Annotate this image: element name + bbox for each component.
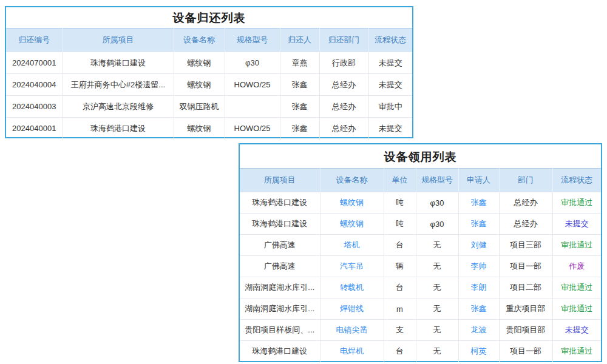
cell-dept: 项目三部 xyxy=(499,235,552,256)
column-header-device-name: 设备名称 xyxy=(174,29,225,52)
column-header-spec-model: 规格型号 xyxy=(225,29,280,52)
cell-project: 广佛高速 xyxy=(240,256,320,277)
cell-spec-model: HOWO/25 xyxy=(225,118,280,140)
return-table-title: 设备归还列表 xyxy=(6,7,412,28)
cell-return-no: 2024040001 xyxy=(6,118,63,140)
cell-dept: 总经办 xyxy=(499,214,552,235)
cell-project: 京沪高速北京段维修 xyxy=(63,96,174,118)
device-name-link[interactable]: 螺纹钢 xyxy=(340,198,364,207)
cell-spec-model: φ30 xyxy=(225,52,280,74)
applicant-link[interactable]: 柯英 xyxy=(471,346,487,356)
equipment-return-table: 归还编号所属项目设备名称规格型号归还人归还部门流程状态 2024070001珠海… xyxy=(6,28,412,140)
cell-applicant: 张鑫 xyxy=(458,192,499,214)
cell-returner: 张鑫 xyxy=(280,96,319,118)
applicant-link[interactable]: 张鑫 xyxy=(471,219,487,228)
device-name-link[interactable]: 电焊机 xyxy=(340,346,364,356)
device-name-link[interactable]: 电镐尖凿 xyxy=(336,325,368,334)
cell-applicant: 张鑫 xyxy=(458,298,499,320)
cell-unit: m xyxy=(384,298,416,320)
cell-project: 湖南洞庭湖水库引... xyxy=(240,277,320,298)
column-header-project: 所属项目 xyxy=(63,29,174,52)
device-name-link[interactable]: 塔机 xyxy=(344,240,360,249)
cell-unit: 吨 xyxy=(384,214,416,235)
column-header-return-no: 归还编号 xyxy=(6,29,63,52)
cell-project: 湖南洞庭湖水库引... xyxy=(240,298,320,320)
cell-project: 珠海鹤港口建设 xyxy=(63,118,174,140)
issue-table-header-row: 所属项目设备名称单位规格型号申请人部门流程状态 xyxy=(240,169,601,192)
device-name-link[interactable]: 螺纹钢 xyxy=(340,219,364,228)
cell-spec-model: 无 xyxy=(416,256,458,277)
applicant-link[interactable]: 李帅 xyxy=(471,261,487,271)
cell-return-no: 2024040003 xyxy=(6,96,63,118)
cell-status: 审批中 xyxy=(368,96,412,118)
device-name-link[interactable]: 转载机 xyxy=(340,283,364,292)
cell-return-dept: 总经办 xyxy=(319,96,368,118)
table-row: 广佛高速塔机台无刘健项目三部审批通过 xyxy=(240,235,601,256)
applicant-link[interactable]: 龙波 xyxy=(471,325,487,334)
cell-status: 审批通过 xyxy=(552,192,601,214)
cell-returner: 章燕 xyxy=(280,52,319,74)
equipment-issue-table-card: 设备领用列表 所属项目设备名称单位规格型号申请人部门流程状态 珠海鹤港口建设螺纹… xyxy=(239,143,602,362)
cell-status: 未提交 xyxy=(368,74,412,96)
table-row: 2024040001珠海鹤港口建设螺纹钢HOWO/25张鑫总经办未提交 xyxy=(6,118,412,140)
cell-project: 王府井商务中心#2楼遗留... xyxy=(63,74,174,96)
cell-unit: 吨 xyxy=(384,192,416,214)
table-row: 2024040003京沪高速北京段维修双钢压路机张鑫总经办审批中 xyxy=(6,96,412,118)
cell-applicant: 龙波 xyxy=(458,320,499,341)
cell-device-name: 螺纹钢 xyxy=(174,118,225,140)
table-row: 湖南洞庭湖水库引...转载机台无李朗项目二部审批通过 xyxy=(240,277,601,298)
cell-applicant: 李朗 xyxy=(458,277,499,298)
cell-project: 珠海鹤港口建设 xyxy=(63,52,174,74)
cell-status: 未提交 xyxy=(368,52,412,74)
table-row: 珠海鹤港口建设螺纹钢吨φ30张鑫总经办审批通过 xyxy=(240,192,601,214)
cell-status: 未提交 xyxy=(368,118,412,140)
cell-returner: 张鑫 xyxy=(280,74,319,96)
cell-unit: 支 xyxy=(384,320,416,341)
cell-unit: 台 xyxy=(384,341,416,362)
column-header-spec-model: 规格型号 xyxy=(416,169,458,192)
column-header-status: 流程状态 xyxy=(368,29,412,52)
cell-unit: 辆 xyxy=(384,256,416,277)
column-header-dept: 部门 xyxy=(499,169,552,192)
applicant-link[interactable]: 李朗 xyxy=(471,283,487,292)
cell-device-name: 电焊机 xyxy=(320,341,384,362)
cell-unit: 台 xyxy=(384,277,416,298)
cell-status: 审批通过 xyxy=(552,235,601,256)
cell-dept: 项目二部 xyxy=(499,277,552,298)
table-row: 2024040004王府井商务中心#2楼遗留...螺纹钢HOWO/25张鑫总经办… xyxy=(6,74,412,96)
applicant-link[interactable]: 张鑫 xyxy=(471,304,487,313)
cell-status: 审批通过 xyxy=(552,277,601,298)
cell-device-name: 螺纹钢 xyxy=(320,214,384,235)
column-header-return-dept: 归还部门 xyxy=(319,29,368,52)
cell-device-name: 螺纹钢 xyxy=(174,52,225,74)
cell-status: 未提交 xyxy=(552,320,601,341)
cell-device-name: 双钢压路机 xyxy=(174,96,225,118)
cell-device-name: 螺纹钢 xyxy=(320,192,384,214)
table-row: 广佛高速汽车吊辆无李帅项目一部作废 xyxy=(240,256,601,277)
applicant-link[interactable]: 刘健 xyxy=(471,240,487,249)
issue-table-title: 设备领用列表 xyxy=(240,144,601,168)
cell-spec-model: 无 xyxy=(416,298,458,320)
cell-device-name: 转载机 xyxy=(320,277,384,298)
cell-applicant: 柯英 xyxy=(458,341,499,362)
cell-spec-model: 无 xyxy=(416,341,458,362)
cell-return-no: 2024070001 xyxy=(6,52,63,74)
cell-spec-model: 无 xyxy=(416,320,458,341)
applicant-link[interactable]: 张鑫 xyxy=(471,198,487,207)
table-row: 珠海鹤港口建设螺纹钢吨φ30张鑫总经办未提交 xyxy=(240,214,601,235)
cell-device-name: 塔机 xyxy=(320,235,384,256)
table-row: 湖南洞庭湖水库引...焊钳线m无张鑫重庆项目部审批通过 xyxy=(240,298,601,320)
cell-spec-model: 无 xyxy=(416,277,458,298)
cell-device-name: 焊钳线 xyxy=(320,298,384,320)
cell-project: 广佛高速 xyxy=(240,235,320,256)
column-header-status: 流程状态 xyxy=(552,169,601,192)
cell-dept: 重庆项目部 xyxy=(499,298,552,320)
cell-dept: 总经办 xyxy=(499,192,552,214)
cell-return-no: 2024040004 xyxy=(6,74,63,96)
cell-device-name: 螺纹钢 xyxy=(174,74,225,96)
column-header-applicant: 申请人 xyxy=(458,169,499,192)
cell-project: 珠海鹤港口建设 xyxy=(240,214,320,235)
device-name-link[interactable]: 汽车吊 xyxy=(340,261,364,271)
cell-unit: 台 xyxy=(384,235,416,256)
device-name-link[interactable]: 焊钳线 xyxy=(340,304,364,313)
